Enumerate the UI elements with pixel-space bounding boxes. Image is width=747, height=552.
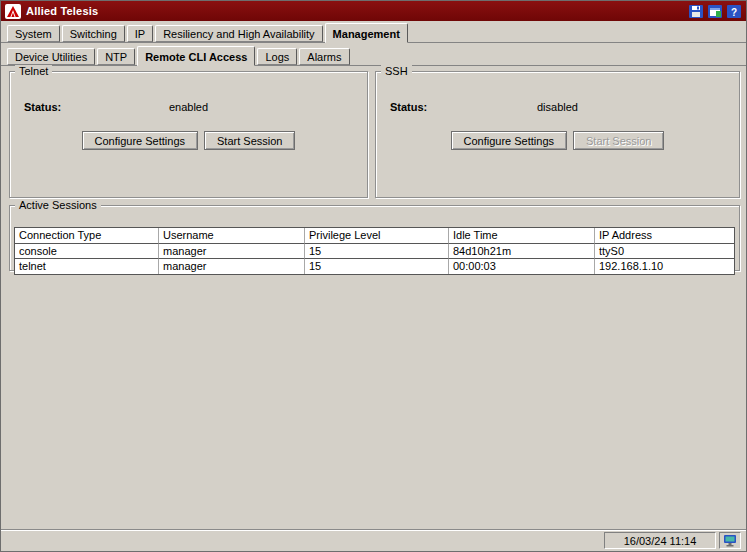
datetime-display: 16/03/24 11:14 [604, 532, 716, 549]
active-sessions-table: Connection Type Username Privilege Level… [14, 227, 735, 275]
tab-ip[interactable]: IP [127, 25, 153, 42]
tab-system[interactable]: System [7, 25, 60, 42]
table-cell: 15 [305, 244, 449, 259]
table-cell: 15 [305, 259, 449, 274]
telnet-status-value: enabled [10, 101, 367, 113]
table-cell: manager [159, 259, 305, 274]
column-header-username: Username [159, 228, 305, 244]
device-status-icon[interactable] [719, 532, 741, 549]
active-sessions-group: Active Sessions Connection Type Username… [9, 199, 740, 271]
telnet-group: Telnet Status: enabled Configure Setting… [9, 65, 368, 198]
window-title: Allied Telesis [26, 5, 98, 17]
tab-management[interactable]: Management [325, 23, 408, 43]
window-icon[interactable] [707, 4, 723, 19]
column-header-privilege-level: Privilege Level [305, 228, 449, 244]
telnet-group-title: Telnet [15, 65, 52, 77]
ssh-group: SSH Status: disabled Configure Settings … [375, 65, 740, 198]
tab-remote-cli-access[interactable]: Remote CLI Access [137, 46, 255, 66]
table-cell: manager [159, 244, 305, 259]
table-cell: telnet [15, 259, 159, 274]
titlebar: Allied Telesis [1, 1, 746, 21]
active-sessions-group-title: Active Sessions [15, 199, 101, 211]
table-cell: 192.168.1.10 [595, 259, 734, 274]
ssh-status-value: disabled [376, 101, 739, 113]
save-icon[interactable] [688, 4, 704, 19]
tab-switching[interactable]: Switching [62, 25, 125, 42]
ssh-configure-settings-button[interactable]: Configure Settings [451, 131, 568, 150]
help-icon[interactable]: ? [726, 4, 742, 19]
svg-text:?: ? [731, 6, 737, 17]
telnet-start-session-button[interactable]: Start Session [204, 131, 295, 150]
column-header-ip-address: IP Address [595, 228, 734, 244]
table-cell: 84d10h21m [449, 244, 595, 259]
column-header-idle-time: Idle Time [449, 228, 595, 244]
allied-telesis-logo-icon [5, 4, 21, 19]
tab-resiliency-high-availability[interactable]: Resiliency and High Availability [155, 25, 322, 42]
sub-tab-bar: Device Utilities NTP Remote CLI Access L… [1, 46, 746, 66]
tab-alarms[interactable]: Alarms [299, 48, 349, 65]
ssh-start-session-button: Start Session [573, 131, 664, 150]
tab-device-utilities[interactable]: Device Utilities [7, 48, 95, 65]
status-bar: 16/03/24 11:14 [1, 529, 746, 551]
tab-logs[interactable]: Logs [257, 48, 297, 65]
table-cell: 00:00:03 [449, 259, 595, 274]
main-tab-bar: System Switching IP Resiliency and High … [1, 23, 746, 43]
app-window: Allied Telesis [0, 0, 747, 552]
table-cell: console [15, 244, 159, 259]
tab-ntp[interactable]: NTP [97, 48, 135, 65]
table-cell: ttyS0 [595, 244, 734, 259]
telnet-configure-settings-button[interactable]: Configure Settings [82, 131, 199, 150]
column-header-connection-type: Connection Type [15, 228, 159, 244]
ssh-group-title: SSH [381, 65, 412, 77]
